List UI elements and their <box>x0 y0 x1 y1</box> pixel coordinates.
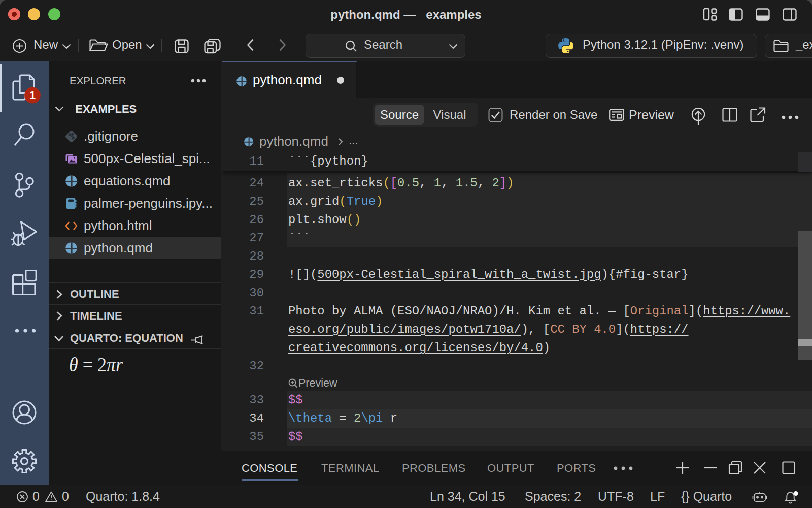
svg-text:1: 1 <box>29 89 36 102</box>
